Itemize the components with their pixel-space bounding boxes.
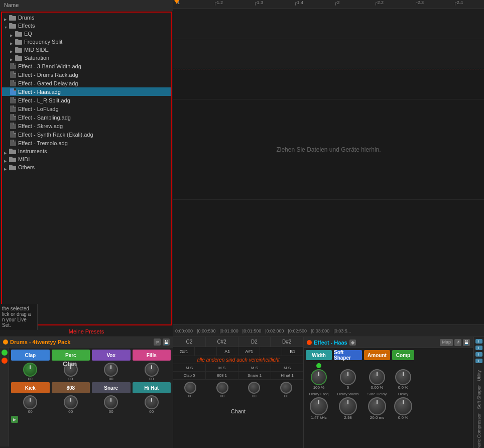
tree-item-saturation[interactable]: Saturation	[2, 54, 171, 62]
tree-item-effect-lofi[interactable]: Effect - LoFi.adg	[2, 104, 171, 113]
tree-item-effect-tremolo[interactable]: Effect - Tremolo.adg	[2, 139, 171, 147]
knob-item-1: 00	[11, 363, 50, 381]
mini-knob-4[interactable]	[280, 382, 292, 394]
bottom-right-panel: Effect - Haas ◆ Map ↺ 💾 Width Soft Shape…	[304, 337, 484, 448]
chain-labels: Utility Soft Shaper Generic Compressor P…	[476, 369, 481, 448]
tree-item-midi[interactable]: MIDI	[2, 155, 171, 163]
session-link-btn[interactable]: ⇌	[154, 339, 161, 346]
knob-5[interactable]	[23, 395, 37, 409]
s-label: S	[190, 366, 193, 370]
green-led	[316, 363, 321, 368]
pad-snare[interactable]: Snare	[92, 382, 131, 393]
effect-second-knobs: 1.47 kHz 2.98 20.0 ms 0.0 %	[306, 397, 471, 420]
knob-amount[interactable]	[369, 369, 385, 385]
triangle-icon	[4, 16, 8, 20]
play-btn[interactable]: ▶	[11, 416, 18, 423]
knob-4[interactable]	[145, 363, 159, 377]
pad-clap[interactable]: Clap	[11, 350, 50, 361]
marker-2-3: ┌2.3	[414, 0, 424, 5]
knob-1[interactable]	[23, 363, 37, 377]
tree-item-effect-gated[interactable]: Effect - Gated Delay.adg	[2, 79, 171, 87]
knob-width[interactable]	[311, 369, 327, 385]
knob-delayfreq[interactable]	[310, 397, 328, 415]
tree-item-effects[interactable]: Effects	[2, 22, 171, 30]
tab-i-4[interactable]: i	[475, 359, 482, 363]
pad-width[interactable]: Width	[306, 350, 332, 360]
tree-item-freq-split[interactable]: Frequency Split	[2, 38, 171, 46]
knob-row-1: 00 00 00 00	[11, 363, 171, 381]
pad-808[interactable]: 808	[52, 382, 90, 393]
tree-item-effect-skrew[interactable]: Effect - Skrew.adg	[2, 122, 171, 130]
chain-label-compressor: Generic Compressor	[476, 412, 481, 448]
session-save-btn[interactable]: 💾	[163, 339, 170, 346]
ctrl-clap5: M S	[173, 364, 206, 371]
knob-item-7: 00	[92, 395, 131, 414]
tree-item-others[interactable]: Others	[2, 163, 171, 171]
ek-width: 100 %	[306, 363, 332, 390]
effect-refresh-btn[interactable]: ↺	[454, 339, 461, 346]
effect-pad-amount: Amount	[364, 350, 390, 361]
active-text: alle anderen sind auch vereinheitlicht	[174, 357, 302, 363]
tree-item-label: Effect - Tremolo.adg	[18, 140, 68, 146]
tree-item-effect-sampling[interactable]: Effect - Sampling.adg	[2, 113, 171, 122]
map-btn[interactable]: Map	[440, 339, 453, 346]
label-clap5: Clap 5	[173, 372, 206, 379]
mini-knob-3[interactable]	[248, 382, 260, 394]
knob-value-3: 00	[109, 377, 113, 381]
tree-item-instruments[interactable]: Instruments	[2, 147, 171, 155]
pad-fills[interactable]: Fills	[133, 350, 171, 361]
knob-value-2: 00	[68, 377, 73, 381]
knob-sidedelay-value: 20.0 ms	[370, 415, 384, 420]
knob-sidedelay[interactable]	[368, 397, 386, 415]
tab-i-1[interactable]: i	[475, 339, 482, 344]
clip-note-row-2: G#1 A1 A#1 B1	[173, 347, 303, 356]
tree-item-effect-drums[interactable]: Effect - Drums Rack.adg	[2, 70, 171, 79]
session-info-line3: n your Live Set.	[2, 317, 35, 328]
pad-hihat[interactable]: Hi Hat	[133, 382, 171, 393]
tree-item-effect-lr[interactable]: Effect - L_R Split.adg	[2, 96, 171, 104]
knob-value-1: 00	[28, 377, 33, 381]
tree-item-effect-3band[interactable]: Effect - 3-Band Width.adg	[2, 62, 171, 70]
tree-item-effect-haas[interactable]: Effect - Haas.adg	[2, 87, 171, 96]
knob-8[interactable]	[145, 395, 159, 409]
mini-knob-2[interactable]	[216, 382, 228, 394]
tree-item-label: Effect - 3-Band Width.adg	[18, 63, 81, 69]
track-row-3	[173, 69, 484, 99]
mini-knob-label-1: 00	[188, 394, 192, 398]
time-1500: |0:01:500	[243, 328, 261, 333]
pad-comp[interactable]: Comp	[392, 350, 414, 360]
effect-save-btn[interactable]: 💾	[463, 339, 470, 346]
drop-text: Ziehen Sie Dateien und Geräte hierhin.	[173, 99, 484, 199]
tree-item-mid-side[interactable]: MID SIDE	[2, 46, 171, 54]
knob-6[interactable]	[64, 395, 78, 409]
pad-vox[interactable]: Vox	[92, 350, 131, 361]
pad-kick[interactable]: Kick	[11, 382, 50, 393]
chant-clan-area: Chant	[173, 400, 303, 415]
tree-item-eq[interactable]: EQ	[2, 30, 171, 38]
knob-delaywidth[interactable]	[339, 397, 357, 415]
file-icon	[10, 131, 16, 138]
chain-label-utility: Utility	[476, 369, 481, 382]
time-2000: |0:02:000	[265, 328, 284, 333]
tree-item-label: Effect - LoFi.adg	[18, 106, 59, 112]
tree-item-effect-synth[interactable]: Effect - Synth Rack (Ekali).adg	[2, 130, 171, 139]
knob-7[interactable]	[104, 395, 118, 409]
pad-amount[interactable]: Amount	[364, 350, 390, 360]
knob-item-3: 00	[92, 363, 131, 381]
knob-delay-value: 0.0 %	[398, 415, 408, 420]
file-icon	[10, 71, 16, 78]
tree-item-drums[interactable]: Drums	[2, 14, 171, 22]
ek-amount: 0.00 %	[364, 369, 390, 390]
tab-i-2[interactable]: i	[475, 346, 482, 350]
tab-i-3[interactable]: i	[475, 352, 482, 357]
pad-perc[interactable]: Perc	[52, 350, 90, 361]
knob-softshaper[interactable]	[340, 369, 356, 385]
label-sidedelay: Side Delay	[364, 392, 390, 396]
mini-knob-1[interactable]	[184, 382, 196, 394]
pad-softshaper[interactable]: Soft Shaper	[334, 350, 362, 360]
folder-icon	[15, 31, 22, 37]
marker-1-4: ┌1.4	[294, 0, 303, 5]
knob-3[interactable]	[104, 363, 118, 377]
knob-comp[interactable]	[395, 369, 411, 385]
knob-delay[interactable]	[394, 397, 412, 415]
